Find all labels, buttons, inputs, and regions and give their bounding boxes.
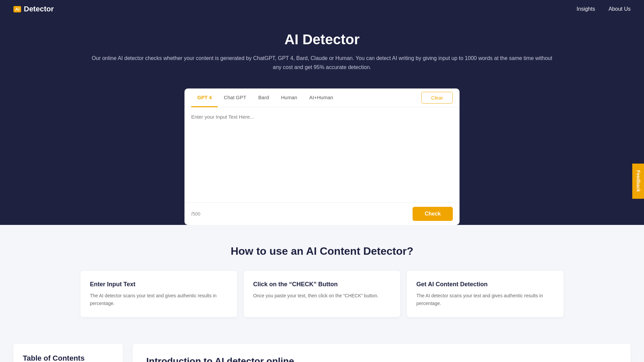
how-card-2-title: Click on the “CHECK” Button — [253, 281, 391, 288]
tab-aihuman[interactable]: AI+Human — [303, 88, 339, 107]
tab-chatgpt[interactable]: Chat GPT — [218, 88, 252, 107]
logo-text: Detector — [24, 5, 54, 13]
how-card-3-title: Get AI Content Detection — [416, 281, 554, 288]
how-card-2-desc: Once you paste your text, then click on … — [253, 292, 391, 299]
how-card-2: Click on the “CHECK” Button Once you pas… — [244, 271, 400, 317]
how-card-1: Enter Input Text The AI detector scans y… — [80, 271, 237, 317]
how-card-3-desc: The AI detector scans your text and give… — [416, 292, 554, 307]
nav-links: Insights About Us — [577, 6, 631, 12]
input-textarea[interactable] — [184, 107, 460, 201]
detector-tabs: GPT 4 Chat GPT Bard Human AI+Human Clear — [184, 88, 460, 107]
article-title: Introduction to AI detector online — [146, 356, 617, 362]
word-count: /500 — [191, 211, 200, 217]
clear-button[interactable]: Clear — [421, 92, 453, 104]
nav-insights[interactable]: Insights — [577, 6, 595, 12]
nav-about[interactable]: About Us — [608, 6, 631, 12]
hero-title: AI Detector — [7, 32, 637, 48]
tab-human[interactable]: Human — [275, 88, 303, 107]
how-card-3: Get AI Content Detection The AI detector… — [407, 271, 564, 317]
how-section: How to use an AI Content Detector? Enter… — [0, 225, 644, 334]
detector-footer: /500 Check — [184, 202, 460, 225]
how-card-1-desc: The AI detector scans your text and give… — [90, 292, 228, 307]
how-card-1-title: Enter Input Text — [90, 281, 228, 288]
how-section-title: How to use an AI Content Detector? — [13, 245, 631, 257]
table-of-contents: Table of Contents Introduction to AI det… — [13, 344, 123, 362]
logo-ai-badge: AI — [13, 6, 21, 12]
hero-description: Our online AI detector checks whether yo… — [87, 54, 557, 72]
logo: AI Detector — [13, 5, 54, 13]
feedback-tab[interactable]: Feedback — [633, 164, 644, 199]
navbar: AI Detector Insights About Us — [0, 0, 644, 18]
how-cards: Enter Input Text The AI detector scans y… — [80, 271, 564, 317]
check-button[interactable]: Check — [413, 207, 453, 221]
hero-section: AI Detector Our online AI detector check… — [0, 18, 644, 78]
article-content: Introduction to AI detector online AI co… — [133, 344, 631, 362]
tab-bard[interactable]: Bard — [252, 88, 275, 107]
toc-title: Table of Contents — [23, 354, 113, 362]
detector-card: GPT 4 Chat GPT Bard Human AI+Human Clear… — [184, 88, 460, 225]
tab-gpt4[interactable]: GPT 4 — [191, 88, 218, 107]
content-section: Table of Contents Introduction to AI det… — [0, 334, 644, 362]
